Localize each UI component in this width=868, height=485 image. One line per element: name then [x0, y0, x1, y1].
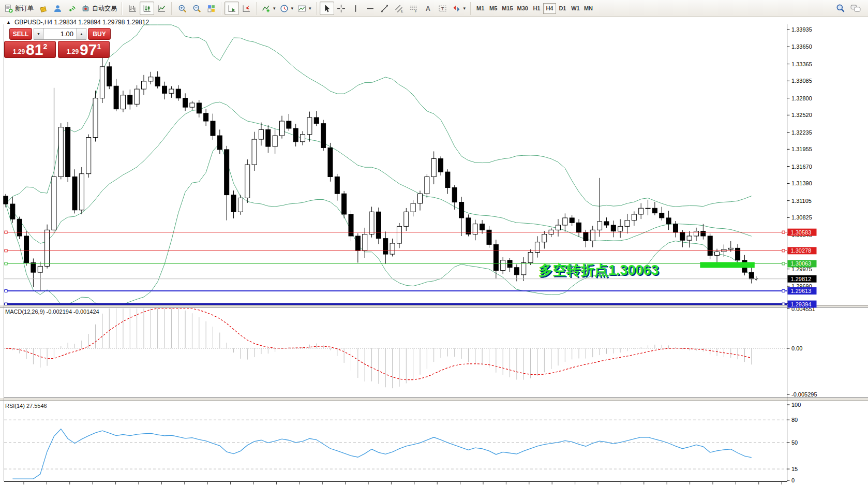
fibonacci-tool-button[interactable]: F [407, 2, 421, 15]
candle-body [425, 177, 429, 194]
market-watch-button[interactable] [36, 2, 50, 15]
line-handle[interactable] [782, 249, 785, 252]
candle-body [439, 158, 443, 172]
candle-body [639, 208, 643, 214]
chart-text-annotation[interactable]: 多空转折点1.30063 [538, 261, 659, 280]
sell-button[interactable]: SELL [9, 28, 32, 40]
candle-body [148, 77, 153, 81]
candle-body [52, 177, 56, 230]
toolbar-separator [470, 2, 471, 15]
candle-body [45, 230, 50, 266]
line-handle[interactable] [5, 262, 7, 265]
axis-label: 1.32235 [791, 129, 812, 136]
community-button[interactable] [50, 2, 65, 15]
chart-shift-icon [242, 4, 251, 13]
autotrading-button[interactable]: 自动交易 [79, 2, 119, 15]
chart-canvas[interactable]: 1.339351.336501.333651.330851.328001.325… [0, 0, 868, 485]
candle-body [363, 234, 367, 251]
dropdown-arrow-icon: ▾ [291, 6, 294, 11]
timeframe-h1[interactable]: H1 [530, 3, 543, 14]
arrows-tool-button[interactable]: ▾ [450, 2, 468, 15]
svg-text:1.30583: 1.30583 [791, 229, 812, 236]
pane-separator-2[interactable] [0, 398, 868, 401]
toolbar-separator [221, 2, 222, 15]
volume-input[interactable]: 1.00 [43, 28, 77, 40]
line-handle[interactable] [782, 289, 785, 292]
periods-button[interactable]: ▾ [278, 2, 296, 15]
buy-price-tile[interactable]: 1.29 97 1 [58, 41, 110, 58]
chat-icon[interactable] [850, 4, 861, 13]
svg-text:T: T [441, 6, 444, 11]
timeframe-w1[interactable]: W1 [569, 3, 582, 14]
volume-increase-button[interactable]: ▲ [77, 28, 86, 40]
timeframe-m5[interactable]: M5 [487, 3, 500, 14]
buy-button[interactable]: BUY [88, 28, 111, 40]
cursor-tool-button[interactable] [320, 2, 334, 15]
vertical-line-tool-button[interactable] [349, 2, 363, 15]
bar-chart-mode-button[interactable] [125, 2, 140, 15]
candle-body [287, 121, 291, 128]
axis-label: 1.33650 [791, 43, 812, 50]
timeframe-m30[interactable]: M30 [515, 3, 530, 14]
price-badge-1.29812: 1.29812 [788, 275, 817, 283]
new-order-button[interactable]: 新订单 [2, 2, 36, 15]
candle-body [590, 230, 595, 241]
timeframe-mn[interactable]: MN [582, 3, 595, 14]
volume-decrease-button[interactable]: ▼ [34, 28, 43, 40]
candle-body [680, 232, 685, 240]
axis-label: 1.30825 [791, 214, 812, 221]
zoom-out-button[interactable] [189, 2, 204, 15]
trendline-icon [380, 4, 389, 13]
candle-body [397, 226, 401, 243]
candle-body [301, 135, 305, 142]
candle-body [445, 172, 450, 187]
candle-body [328, 148, 333, 177]
templates-button[interactable]: ▾ [295, 2, 313, 15]
candlestick-mode-button[interactable] [140, 2, 154, 15]
line-handle[interactable] [5, 231, 7, 233]
toolbar-separator [171, 2, 172, 15]
line-chart-mode-button[interactable] [154, 2, 169, 15]
crosshair-tool-button[interactable] [334, 2, 349, 15]
candle-body [121, 95, 125, 109]
community-icon [53, 4, 62, 13]
chart-shift-button[interactable] [239, 2, 253, 15]
timeframe-m15[interactable]: M15 [500, 3, 515, 14]
axis-label: -0.005295 [791, 391, 817, 398]
line-handle[interactable] [782, 262, 785, 265]
timeframe-h4[interactable]: H4 [543, 3, 556, 14]
highlight-bar[interactable] [700, 262, 754, 268]
candle-body [335, 177, 339, 194]
line-handle[interactable] [5, 289, 7, 292]
clock-icon [280, 4, 289, 13]
buy-price-sup: 1 [97, 42, 101, 51]
candle-body [72, 177, 77, 210]
autotrading-icon [81, 4, 90, 13]
search-icon[interactable] [836, 4, 845, 13]
vertical-line-icon [351, 4, 360, 13]
autotrading-label: 自动交易 [92, 4, 117, 13]
candle-body [542, 234, 547, 242]
horizontal-line-tool-button[interactable] [363, 2, 378, 15]
candle-body [293, 128, 298, 142]
indicators-button[interactable]: ▾ [260, 2, 278, 15]
auto-scroll-button[interactable] [225, 2, 239, 15]
line-handle[interactable] [5, 249, 7, 252]
trendline-tool-button[interactable] [378, 2, 392, 15]
text-label-tool-button[interactable]: T [436, 2, 450, 15]
zoom-in-button[interactable] [175, 2, 189, 15]
equidistant-channel-tool-button[interactable]: E [392, 2, 407, 15]
channel-icon: E [395, 4, 403, 13]
trade-panel-toggle-icon[interactable]: ▲ [6, 20, 11, 25]
price-badge-1.30278: 1.30278 [788, 247, 817, 254]
timeframe-d1[interactable]: D1 [556, 3, 569, 14]
tile-windows-button[interactable] [204, 2, 218, 15]
sell-price-tile[interactable]: 1.29 81 2 [4, 41, 56, 58]
bar-chart-icon [128, 4, 137, 13]
candle-body [93, 98, 98, 138]
timeframe-m1[interactable]: M1 [474, 3, 487, 14]
line-handle[interactable] [782, 231, 785, 233]
signals-button[interactable] [65, 2, 79, 15]
text-tool-button[interactable]: A [421, 2, 436, 15]
candle-body [701, 231, 706, 236]
